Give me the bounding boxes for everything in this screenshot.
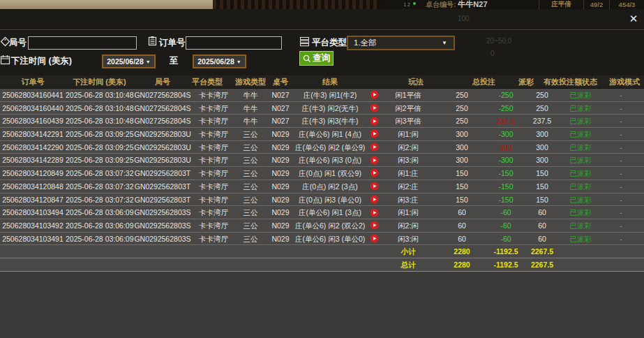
cell-result: 庄(0点) 闲2 (3点) xyxy=(295,180,365,193)
cell-status: 已派彩 xyxy=(563,89,598,101)
replay-video-icon[interactable] xyxy=(365,219,383,232)
cell-mode: - xyxy=(598,154,644,166)
table-row: 2506280341034942025-06-28 03:06:09GN0292… xyxy=(0,206,644,219)
live-dot-icon xyxy=(413,2,416,5)
empty-cell xyxy=(133,245,192,258)
replay-video-icon[interactable] xyxy=(365,206,383,219)
replay-video-icon[interactable] xyxy=(365,167,383,179)
cell-game: 牛牛 xyxy=(235,115,266,127)
search-button[interactable]: 查询 xyxy=(299,51,334,66)
cell-status: 已派彩 xyxy=(563,102,598,115)
replay-video-icon[interactable] xyxy=(365,128,383,140)
cell-status: 已派彩 xyxy=(563,167,598,179)
cell-status: 已派彩 xyxy=(563,233,598,245)
date-from-picker[interactable]: 2025/06/28 ▼ xyxy=(102,54,156,68)
cell-payout: -60 xyxy=(491,233,521,245)
replay-video-icon[interactable] xyxy=(365,89,383,101)
cell-valid_bet: 150 xyxy=(521,193,563,206)
cell-result: 庄(牛3) 闲3(牛牛) xyxy=(295,115,365,127)
cell-valid_bet: 150 xyxy=(521,167,563,179)
background-bleed-text: 0 xyxy=(491,50,495,57)
column-header: 平台类型 xyxy=(192,75,235,88)
table-number-value: 牛牛N27 xyxy=(458,0,487,9)
chevron-down-icon: ▼ xyxy=(442,40,447,46)
table-row: 2506280341208482025-06-28 03:07:32GN0292… xyxy=(0,180,644,193)
bet-records-table: 订单号下注时间 (美东)局号平台类型游戏类型桌号结果玩法总投注派彩有效投注额状态… xyxy=(0,75,644,338)
column-header: 有效投注额 xyxy=(521,75,563,88)
table-row: 2506280341422892025-06-28 03:09:25GN0292… xyxy=(0,154,644,167)
column-header: 游戏模式 xyxy=(598,75,644,88)
table-body: 2506280341604412025-06-28 03:10:48GN0272… xyxy=(0,89,644,272)
cell-platform: 卡卡湾厅 xyxy=(192,180,235,193)
cell-status: 已派彩 xyxy=(563,128,598,140)
cell-time: 2025-06-28 03:06:09 xyxy=(66,233,133,245)
date-from-value: 2025/06/28 xyxy=(107,57,144,66)
replay-video-icon[interactable] xyxy=(365,102,383,115)
chevron-down-icon: ▼ xyxy=(146,59,151,64)
table-row: 2506280341604412025-06-28 03:10:48GN0272… xyxy=(0,89,644,102)
column-header: 结果 xyxy=(295,75,365,88)
platform-type-select[interactable]: 1.全部 ▼ xyxy=(347,36,455,50)
replay-video-icon[interactable] xyxy=(365,115,383,127)
cell-time: 2025-06-28 03:09:25 xyxy=(66,141,133,154)
cell-table: N029 xyxy=(266,193,295,206)
clipboard-icon xyxy=(147,36,158,46)
cell-time: 2025-06-28 03:07:32 xyxy=(66,167,133,179)
cell-payout: -60 xyxy=(491,206,521,219)
cell-status: 已派彩 xyxy=(563,154,598,166)
cell-total_bet: 300 xyxy=(433,154,491,166)
cell-valid_bet: 150 xyxy=(521,180,563,193)
replay-video-icon[interactable] xyxy=(365,154,383,166)
platform-type-value: 1.全部 xyxy=(348,38,377,48)
subtotal-row-label: 小计 xyxy=(383,245,433,258)
cell-table: N029 xyxy=(266,128,295,140)
date-to-picker[interactable]: 2025/06/28 ▼ xyxy=(193,54,246,68)
cell-play: 闲2:闲 xyxy=(383,141,433,154)
cell-platform: 卡卡湾厅 xyxy=(192,193,235,206)
cell-mode: - xyxy=(598,115,644,127)
cell-mode: - xyxy=(598,233,644,245)
column-header: 游戏类型 xyxy=(235,75,266,88)
cell-payout: -150 xyxy=(491,193,521,206)
replay-video-icon[interactable] xyxy=(365,233,383,245)
cell-round: GN0272562804S xyxy=(133,115,192,127)
replay-video-icon[interactable] xyxy=(365,193,383,206)
background-bleed-text: 20~50,0 xyxy=(486,37,511,45)
cell-status: 已派彩 xyxy=(563,180,598,193)
board-stat-2: 454/3 xyxy=(609,0,644,9)
cell-payout: -300 xyxy=(491,128,521,140)
cell-result: 庄(单公6) 闲1 (4点) xyxy=(295,128,365,140)
replay-video-icon[interactable] xyxy=(365,180,383,193)
cell-round: GN0292562803U xyxy=(133,128,192,140)
order-number-input[interactable] xyxy=(186,36,282,50)
cell-payout: 300 xyxy=(491,141,521,154)
cell-valid_bet: 250 xyxy=(521,102,563,115)
to-label: 至 xyxy=(170,55,179,67)
cell-game: 三公 xyxy=(235,154,266,166)
cell-round: GN0272562804S xyxy=(133,102,192,115)
column-header: 订单号 xyxy=(0,75,66,88)
calendar-icon xyxy=(0,54,10,65)
subtotal-row-payout: -1192.5 xyxy=(491,245,521,258)
empty-cell xyxy=(563,258,598,271)
cell-game: 三公 xyxy=(235,233,266,245)
cell-time: 2025-06-28 03:10:48 xyxy=(66,89,133,101)
replay-video-icon[interactable] xyxy=(365,141,383,154)
round-number-input[interactable] xyxy=(28,36,137,50)
cell-result: 庄(单公6) 闲2 (单公9) xyxy=(295,141,365,154)
empty-cell xyxy=(266,245,295,258)
betting-history-screen: 1 2 卓台编号: 牛牛N27 庄平倍 49/2 454/3 ✕ 100 20~… xyxy=(0,0,644,338)
cell-play: 闲3:闲 xyxy=(383,154,433,166)
cell-order: 250628034103492 xyxy=(0,219,66,232)
close-icon[interactable]: ✕ xyxy=(627,13,640,25)
cell-game: 三公 xyxy=(235,128,266,140)
cell-status: 已派彩 xyxy=(563,115,598,127)
cell-play: 闲1:庄 xyxy=(383,167,433,179)
cell-table: N029 xyxy=(266,219,295,232)
cell-mode: - xyxy=(598,206,644,219)
empty-cell xyxy=(133,258,192,271)
cell-platform: 卡卡湾厅 xyxy=(192,233,235,245)
cell-table: N029 xyxy=(266,206,295,219)
cell-round: GN0292562803T xyxy=(133,180,192,193)
cell-mode: - xyxy=(598,128,644,140)
